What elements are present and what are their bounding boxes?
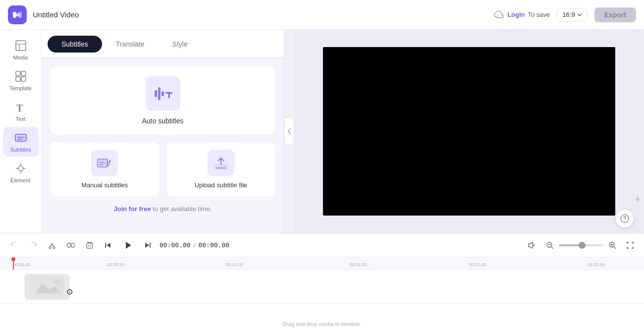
template-icon: [14, 69, 28, 83]
top-bar: Untitled Video Login To save 16:9 Export: [0, 0, 644, 30]
total-time: 00:00.00: [198, 241, 229, 249]
video-title: Untitled Video: [33, 10, 79, 19]
video-preview: [323, 47, 615, 216]
volume-area: [525, 239, 538, 252]
svg-rect-23: [158, 87, 161, 100]
login-link[interactable]: Login: [507, 11, 525, 18]
undo-button[interactable]: [8, 239, 21, 252]
svg-marker-52: [107, 243, 110, 248]
upload-subtitle-label: Upload subtitle file: [195, 181, 247, 189]
volume-button[interactable]: [525, 239, 538, 252]
media-icon: [14, 39, 28, 53]
svg-point-66: [54, 278, 60, 285]
card-manual-subtitles[interactable]: Manual subtitles: [50, 141, 160, 197]
track-clip-video[interactable]: [25, 274, 69, 300]
zoom-area: [544, 239, 618, 251]
card-auto-subtitles[interactable]: Auto subtitles: [50, 66, 276, 135]
svg-rect-44: [71, 243, 74, 247]
sidebar-item-subtitles[interactable]: Subtitles: [3, 127, 39, 157]
drag-hint-text: Drag and drop media to timeline.: [0, 321, 644, 327]
aspect-ratio-value: 16:9: [562, 11, 575, 18]
tab-subtitles[interactable]: Subtitles: [48, 36, 102, 53]
play-button[interactable]: [120, 237, 136, 253]
svg-rect-64: [30, 276, 64, 298]
sidebar-item-media[interactable]: Media: [3, 35, 39, 64]
split-button[interactable]: [64, 239, 77, 252]
help-button[interactable]: [615, 209, 634, 228]
time-display: 00:00.00 / 00:00.00: [160, 241, 229, 249]
redo-button[interactable]: [27, 239, 40, 252]
sidebar-item-text[interactable]: T Text: [3, 96, 39, 126]
skip-start-button[interactable]: [102, 239, 114, 251]
svg-rect-26: [168, 92, 170, 98]
join-area: Join for free to get available time.: [50, 203, 276, 215]
svg-point-38: [624, 221, 625, 221]
panel-content: Auto subtitles: [42, 58, 284, 233]
ruler-mark-1: 00:00.50: [107, 262, 124, 267]
sidebar: Media Template T Text: [0, 30, 42, 233]
card-row-subtitles: Manual subtitles Upload subtitle file: [50, 141, 276, 197]
preview-area: [294, 30, 644, 233]
tab-translate[interactable]: Translate: [102, 36, 159, 53]
top-bar-right: Login To save 16:9 Export: [493, 7, 636, 22]
subtitles-icon: [14, 131, 28, 145]
tab-style[interactable]: Style: [159, 36, 202, 53]
track-row-video: ⊙: [0, 270, 644, 304]
svg-point-17: [18, 166, 23, 171]
svg-rect-13: [15, 134, 26, 141]
sidebar-label-template: Template: [9, 85, 32, 91]
export-button[interactable]: Export: [594, 7, 636, 22]
svg-rect-24: [161, 91, 164, 96]
svg-point-40: [53, 247, 55, 249]
svg-rect-8: [16, 71, 20, 76]
svg-rect-22: [155, 90, 157, 97]
save-text: To save: [528, 11, 550, 18]
zoom-out-button[interactable]: [544, 239, 556, 251]
text-icon: T: [14, 100, 28, 114]
timeline-bar: 00:00.00 / 00:00.00: [0, 233, 644, 332]
manual-subtitles-label: Manual subtitles: [81, 181, 128, 189]
fullscreen-button[interactable]: [624, 239, 636, 251]
svg-rect-27: [98, 159, 107, 167]
top-bar-left: Untitled Video: [8, 5, 79, 24]
delete-button[interactable]: [83, 239, 96, 252]
chevron-left-icon: [287, 128, 291, 135]
svg-point-39: [49, 247, 51, 249]
auto-subtitles-icon: [146, 76, 180, 111]
scroll-indicator: [635, 195, 640, 203]
sidebar-label-media: Media: [13, 55, 28, 60]
cut-button[interactable]: [46, 239, 58, 252]
svg-rect-10: [16, 77, 20, 81]
svg-text:T: T: [16, 103, 23, 113]
svg-rect-5: [16, 41, 26, 51]
auto-subtitles-label: Auto subtitles: [142, 117, 183, 125]
element-icon: [14, 162, 28, 175]
app-logo: [8, 5, 27, 24]
sidebar-label-element: Element: [10, 177, 30, 183]
aspect-ratio-select[interactable]: 16:9: [557, 8, 587, 21]
join-free-link[interactable]: Join for free: [114, 205, 151, 213]
drag-cursor: ⊙: [66, 287, 73, 296]
svg-line-58: [551, 247, 553, 249]
card-upload-subtitle[interactable]: Upload subtitle file: [166, 141, 276, 197]
sidebar-label-subtitles: Subtitles: [10, 147, 31, 153]
join-description: to get available time.: [153, 205, 212, 213]
skip-end-button[interactable]: [142, 239, 154, 251]
save-area: Login To save: [493, 10, 550, 19]
panel: Subtitles Translate Style: [42, 30, 284, 233]
sidebar-item-element[interactable]: Element: [3, 158, 39, 187]
svg-rect-9: [21, 71, 26, 76]
chevron-down-icon: [577, 13, 582, 17]
zoom-in-button[interactable]: [606, 239, 618, 251]
current-time: 00:00.00: [160, 241, 191, 249]
ruler-mark-5: 00:02.50: [588, 262, 605, 267]
svg-rect-11: [21, 77, 26, 81]
ruler-mark-4: 00:02.00: [469, 262, 486, 267]
ruler-mark-3: 00:01.50: [350, 262, 367, 267]
zoom-slider[interactable]: [559, 244, 603, 246]
svg-line-61: [614, 247, 616, 249]
manual-subtitles-icon: [91, 150, 118, 176]
svg-rect-2: [15, 13, 19, 16]
sidebar-item-template[interactable]: Template: [3, 65, 39, 95]
collapse-panel-button[interactable]: [284, 117, 294, 145]
